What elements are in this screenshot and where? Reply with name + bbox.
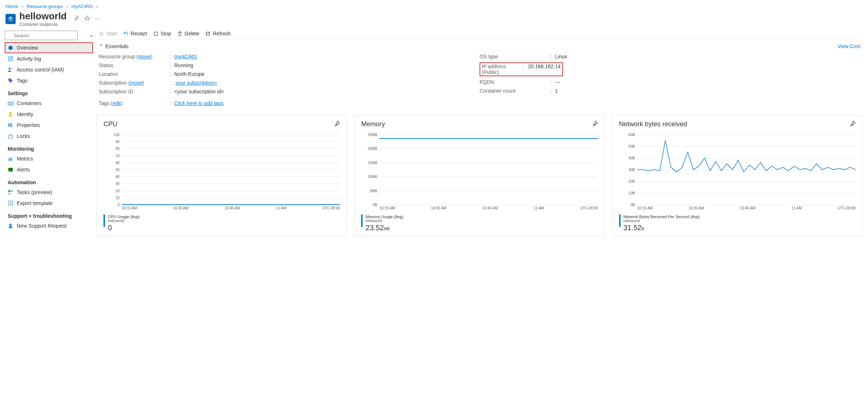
svg-rect-19 [8,159,9,161]
sidebar-item-activity-log[interactable]: Activity log [5,53,93,64]
sidebar-item-label: Tags [17,78,28,84]
svg-point-27 [9,224,12,226]
move-sub-link[interactable]: move [130,80,142,86]
sidebar-item-label: Tasks (preview) [17,189,52,195]
chevron-right-icon: › [96,4,98,9]
delete-button[interactable]: Delete [177,31,199,36]
sidebar-item-export-template[interactable]: Export template [5,198,93,209]
svg-rect-24 [11,190,13,192]
charts-row: CPU 0102030405060708090100 10:15 AM10:30… [97,111,863,240]
ip-address-row-highlight: IP address (Public) : 20.166.162.14 [480,62,563,76]
svg-rect-28 [154,32,157,35]
breadcrumb-home[interactable]: Home [5,4,18,9]
metric-color-bar [103,215,105,227]
sidebar-item-label: Alerts [17,167,30,173]
view-cost-link[interactable]: View Cost [837,43,860,49]
container-count-label: Container count [480,88,551,94]
edit-tags-link[interactable]: edit [113,100,121,106]
metric-unit: MB [384,227,390,231]
sidebar-item-identity[interactable]: Identity [5,109,93,120]
pin-icon[interactable] [591,120,598,128]
move-rg-link[interactable]: move [138,54,150,59]
pin-icon[interactable] [73,15,79,22]
metric-name: Memory Usage (Avg) [365,215,403,219]
pin-icon[interactable] [849,120,856,128]
activity-log-icon [8,56,13,62]
breadcrumb-resource-groups[interactable]: Resource groups [27,4,63,9]
os-type-value: Linux [555,54,860,59]
sidebar-item-metrics[interactable]: Metrics [5,153,93,164]
breadcrumb-group[interactable]: myACIRG [71,4,93,9]
sidebar-item-tasks[interactable]: Tasks (preview) [5,187,93,198]
metrics-icon [8,156,13,162]
sidebar-item-label: Metrics [17,156,33,162]
essentials-toggle[interactable]: ⌃ Essentials [99,43,129,49]
pin-icon[interactable] [333,120,340,128]
add-tags-link[interactable]: Click here to add tags [174,100,223,106]
sidebar-item-iam[interactable]: Access control (IAM) [5,64,93,75]
svg-rect-23 [8,190,10,192]
tasks-icon [8,189,13,195]
breadcrumb: Home › Resource groups › myACIRG › [0,0,868,11]
metric-name: Network Bytes Received Per Second (Avg) [623,215,700,219]
svg-point-14 [9,112,12,114]
sidebar-item-alerts[interactable]: Alerts [5,164,93,175]
stop-button[interactable]: Stop [153,31,171,36]
metric-name: CPU Usage (Avg) [108,215,140,219]
page-subtitle: Container instances [19,22,67,27]
svg-rect-18 [9,136,12,138]
more-icon[interactable]: ⋯ [95,16,100,22]
search-input[interactable] [5,31,78,40]
metric-color-bar [619,215,621,227]
fqdn-label: FQDN [480,79,551,85]
chevron-right-icon: › [21,4,23,9]
sidebar-item-label: Properties [17,122,40,128]
chart-plot-network: 0B10B20B30B40B50B60B [637,135,856,205]
ip-address-value: 20.166.162.14 [527,63,561,75]
tag-icon [8,78,13,84]
svg-rect-21 [11,158,12,161]
metric-value: 23.52 [365,224,384,232]
restart-button[interactable]: Restart [123,31,147,36]
metric-color-bar [361,215,363,227]
sidebar-item-label: Locks [17,133,30,139]
sidebar-item-label: Access control (IAM) [17,67,64,73]
sidebar: « Overview Activity log Access control (… [0,27,93,247]
sidebar-item-label: Export template [17,200,52,206]
refresh-button[interactable]: Refresh [205,31,231,36]
status-value: Running [174,62,480,68]
sidebar-item-containers[interactable]: Containers [5,98,93,109]
status-label: Status [99,62,170,68]
svg-point-9 [11,68,12,70]
svg-point-8 [9,68,11,70]
subscription-link[interactable]: ,your subscription> [174,80,217,86]
sidebar-item-overview[interactable]: Overview [5,42,93,53]
chart-card-cpu: CPU 0102030405060708090100 10:15 AM10:30… [97,115,347,236]
chart-plot-memory: 0B5MB10MB15MB20MB25MB [379,135,598,205]
main-content: Start Restart Stop Delete Refresh ⌃ [93,27,868,247]
page-title-row: helloworld Container instances ⋯ [0,11,868,27]
svg-point-3 [8,46,13,50]
chart-card-memory: Memory 0B5MB10MB15MB20MB25MB 10:15 AM10:… [354,115,605,236]
chart-title: Memory [361,120,385,128]
collapse-sidebar-icon[interactable]: « [90,33,93,38]
sidebar-item-properties[interactable]: Properties [5,120,93,131]
lock-icon [8,133,13,139]
chevron-up-icon: ⌃ [99,43,103,49]
start-button[interactable]: Start [99,31,117,36]
sidebar-item-new-support[interactable]: New Support Request [5,220,93,231]
metric-resource: helloworld [365,219,403,223]
container-instance-icon [5,14,16,24]
chart-title: CPU [103,120,117,128]
chart-card-network: Network bytes received 0B10B20B30B40B50B… [612,115,863,236]
page-title: helloworld [19,11,67,22]
sidebar-item-locks[interactable]: Locks [5,131,93,142]
metric-resource: helloworld [623,219,700,223]
subscription-id-value: <your subscription id> [174,89,480,94]
star-icon[interactable] [84,15,90,22]
essentials-grid: Resource group (move) : myACIRG Status :… [97,51,863,111]
resource-group-link[interactable]: myACIRG [174,54,197,59]
sidebar-item-label: Identity [17,111,33,117]
sidebar-item-label: Activity log [17,56,41,62]
sidebar-item-tags[interactable]: Tags [5,75,93,86]
